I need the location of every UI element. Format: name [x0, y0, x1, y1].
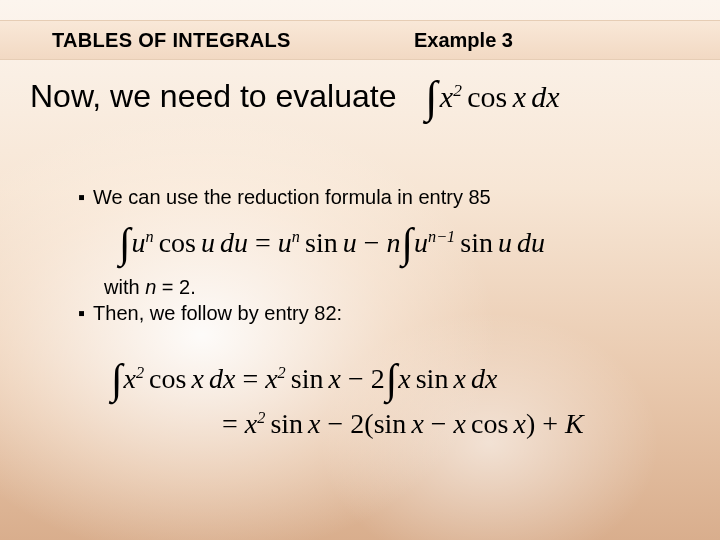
- lead-text: Now, we need to evaluate: [30, 78, 396, 115]
- bullet-follow-entry: ▪Then, we follow by entry 82:: [78, 302, 342, 325]
- bullet2-text: Then, we follow by entry 82:: [93, 302, 342, 324]
- section-title: TABLES OF INTEGRALS: [52, 29, 291, 52]
- lead-integral: ∫x2cosxdx: [424, 66, 560, 118]
- bullet1-text: We can use the reduction formula in entr…: [93, 186, 491, 208]
- worked-integral-line1: ∫x2cosxdx = x2sinx − 2∫xsinxdx: [110, 350, 497, 398]
- withn-var: n: [145, 276, 156, 298]
- worked-integral-line2: = x2sinx − 2(sinx − xcosx) + K: [222, 408, 584, 440]
- withn-prefix: with: [104, 276, 145, 298]
- with-n-line: with n = 2.: [104, 276, 196, 299]
- bullet-reduction-formula: ▪We can use the reduction formula in ent…: [78, 186, 491, 209]
- bullet-square-icon: ▪: [78, 302, 85, 324]
- reduction-formula: ∫uncosudu = unsinu − n∫un−1sinudu: [118, 214, 545, 262]
- bullet-square-icon: ▪: [78, 186, 85, 208]
- example-label: Example 3: [414, 29, 513, 52]
- withn-suffix: = 2.: [156, 276, 195, 298]
- header-band: TABLES OF INTEGRALS Example 3: [0, 20, 720, 60]
